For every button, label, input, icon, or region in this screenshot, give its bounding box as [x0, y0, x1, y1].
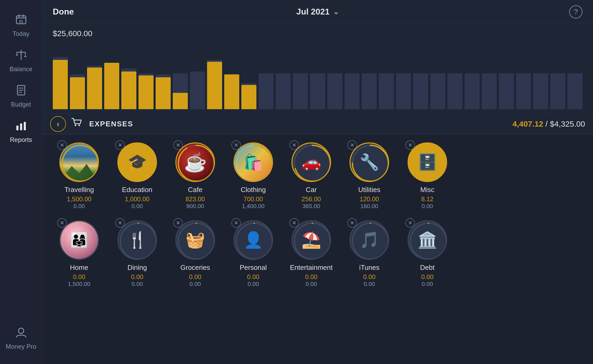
remove-entertainment-button[interactable]: ✕: [289, 218, 299, 228]
category-item-education[interactable]: 🎓 ✕ Education 1,000.00 0.00: [113, 142, 161, 210]
expenses-separator: /: [546, 119, 550, 128]
chart-bar: [173, 51, 188, 109]
category-item-travelling[interactable]: ✕ Travelling 1,500.00 0.00: [55, 142, 103, 210]
category-item-debt[interactable]: 🏛️ ✕ Debt 0.00 0.00: [404, 220, 451, 288]
category-item-personal[interactable]: 👤 ✕ Personal 0.00 0.00: [229, 220, 277, 288]
chart-area: $25,600.00: [42, 24, 593, 113]
category-budget-dining: 0.00: [132, 281, 143, 288]
category-item-groceries[interactable]: 🧺 ✕ Groceries 0.00 0.00: [171, 220, 219, 288]
category-budget-clothing: 1,400.00: [242, 203, 265, 210]
category-item-utilities[interactable]: 🔧 ✕ Utilities 120.00 160.00: [346, 142, 393, 210]
balance-icon: [15, 49, 27, 63]
categories-scroll[interactable]: ✕ Travelling 1,500.00 0.00 🎓 ✕ Education…: [42, 135, 593, 364]
chart-bars: [53, 41, 582, 109]
remove-itunes-button[interactable]: ✕: [347, 218, 357, 228]
sidebar: 21 Today Balance Budget: [0, 0, 42, 364]
month-selector[interactable]: Jul 2021 ⌄: [296, 7, 339, 17]
chart-bar: [482, 51, 497, 109]
help-icon: ?: [574, 8, 578, 16]
expenses-label: EXPENSES: [89, 120, 133, 128]
category-spent-debt: 0.00: [421, 273, 434, 281]
remove-personal-button[interactable]: ✕: [231, 218, 241, 228]
category-budget-debt: 0.00: [422, 281, 433, 288]
sidebar-item-today[interactable]: 21 Today: [0, 8, 42, 43]
category-icon-clothing: 🛍️ ✕: [233, 142, 273, 182]
category-name-travelling: Travelling: [64, 186, 94, 194]
chart-bar: [293, 51, 308, 109]
chart-bar: [567, 51, 582, 109]
category-item-dining[interactable]: 🍴 ✕ Dining 0.00 0.00: [113, 220, 161, 288]
main-content: Done Jul 2021 ⌄ ? $25,600.00 ‹ EXPENSES …: [42, 0, 593, 364]
svg-point-41: [294, 223, 330, 259]
chart-bar: [499, 51, 514, 109]
category-icon-itunes: 🎵 ✕: [350, 220, 389, 260]
category-name-misc: Misc: [420, 186, 434, 194]
remove-groceries-button[interactable]: ✕: [173, 218, 183, 228]
category-budget-groceries: 0.00: [190, 281, 201, 288]
chart-bar: [327, 51, 342, 109]
remove-home-button[interactable]: ✕: [57, 218, 67, 228]
help-button[interactable]: ?: [569, 5, 582, 18]
sidebar-item-balance[interactable]: Balance: [0, 43, 42, 79]
user-icon: [15, 327, 27, 341]
svg-point-18: [78, 124, 80, 126]
chart-bar: [241, 51, 256, 109]
category-item-itunes[interactable]: 🎵 ✕ iTunes 0.00 0.00: [346, 220, 393, 288]
chevron-left-icon: ‹: [57, 119, 60, 129]
chart-bar: [207, 51, 222, 109]
chart-bar: [190, 51, 205, 109]
chart-bar: [533, 51, 548, 109]
svg-rect-15: [24, 122, 26, 130]
back-button[interactable]: ‹: [50, 116, 66, 132]
chart-bar: [138, 51, 154, 109]
remove-car-button[interactable]: ✕: [289, 140, 299, 150]
category-item-home[interactable]: 👨‍👩‍👧 ✕ Home 0.00 1,500.00: [55, 220, 103, 288]
chart-bar: [224, 51, 239, 109]
category-name-education: Education: [122, 186, 152, 194]
svg-point-22: [120, 145, 156, 181]
remove-cafe-button[interactable]: ✕: [173, 140, 183, 150]
category-spent-personal: 0.00: [247, 273, 260, 281]
sidebar-bottom-label: Money Pro: [6, 343, 36, 350]
remove-utilities-button[interactable]: ✕: [347, 140, 357, 150]
category-item-car[interactable]: 🚗 ✕ Car 256.00 365.00: [288, 142, 335, 210]
svg-point-45: [410, 223, 446, 259]
category-row: 👨‍👩‍👧 ✕ Home 0.00 1,500.00 🍴 ✕ Dining 0.…: [55, 220, 580, 288]
category-name-clothing: Clothing: [241, 186, 266, 194]
header: Done Jul 2021 ⌄ ?: [42, 0, 593, 24]
budget-icon: [15, 84, 27, 99]
category-name-dining: Dining: [127, 264, 147, 272]
expenses-row: ‹ EXPENSES 4,407.12 / $4,325.00: [42, 113, 593, 135]
remove-clothing-button[interactable]: ✕: [231, 140, 241, 150]
svg-rect-14: [20, 123, 22, 130]
done-button[interactable]: Done: [53, 7, 74, 17]
sidebar-item-budget[interactable]: Budget: [0, 79, 42, 114]
category-spent-itunes: 0.00: [363, 273, 376, 281]
category-budget-personal: 0.00: [248, 281, 259, 288]
svg-text:21: 21: [19, 19, 23, 23]
category-item-clothing[interactable]: 🛍️ ✕ Clothing 700.00 1,400.00: [229, 142, 277, 210]
remove-travelling-button[interactable]: ✕: [57, 140, 67, 150]
category-icon-cafe: ☕ ✕: [175, 142, 215, 182]
category-icon-personal: 👤 ✕: [233, 220, 273, 260]
remove-education-button[interactable]: ✕: [115, 140, 125, 150]
category-item-misc[interactable]: 🗄️ ✕ Misc 8.12 0.00: [404, 142, 451, 210]
category-icon-home: 👨‍👩‍👧 ✕: [59, 220, 99, 260]
category-item-cafe[interactable]: ☕ ✕ Cafe 823.00 900.00: [171, 142, 219, 210]
remove-misc-button[interactable]: ✕: [405, 140, 415, 150]
chart-bar: [156, 51, 171, 109]
category-spent-clothing: 700.00: [243, 195, 263, 203]
sidebar-item-moneypro[interactable]: Money Pro: [6, 321, 36, 356]
svg-point-17: [75, 124, 76, 126]
category-item-entertainment[interactable]: ⛱️ ✕ Entertainment 0.00 0.00: [288, 220, 335, 288]
remove-dining-button[interactable]: ✕: [115, 218, 125, 228]
remove-debt-button[interactable]: ✕: [405, 218, 415, 228]
chart-bar: [121, 51, 136, 109]
svg-point-39: [236, 223, 272, 259]
sidebar-item-reports[interactable]: Reports: [0, 114, 42, 149]
chart-bar: [413, 51, 428, 109]
category-name-cafe: Cafe: [188, 186, 203, 194]
category-name-utilities: Utilities: [358, 186, 380, 194]
expenses-budget: $4,325.00: [550, 119, 585, 128]
svg-point-33: [62, 223, 98, 259]
